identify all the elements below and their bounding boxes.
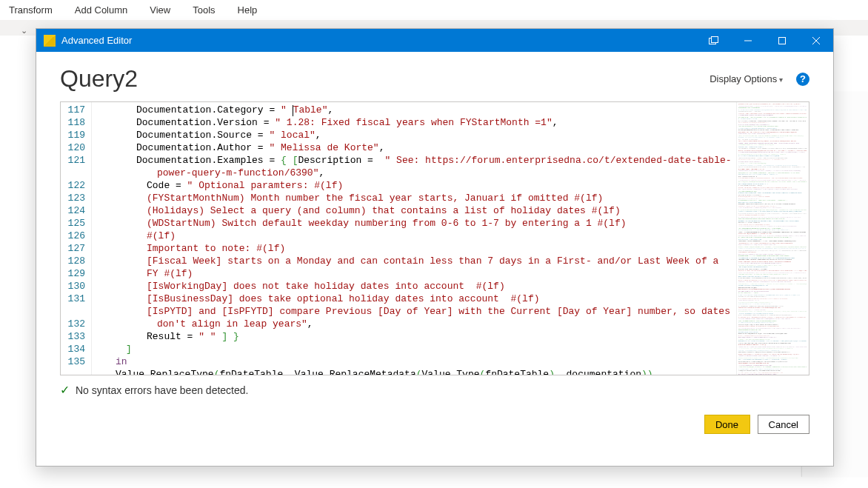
minimap[interactable]: @LUMRK#V#TU>;@N(/D;CM(E;C;BTO$I86.VM-,;0… <box>736 102 809 375</box>
maximize-button[interactable] <box>765 29 799 52</box>
svg-rect-3 <box>779 37 786 44</box>
done-button[interactable]: Done <box>704 415 750 434</box>
status-text: No syntax errors have been detected. <box>76 384 248 396</box>
menu-item[interactable]: Transform <box>9 4 53 16</box>
menu-item[interactable]: Help <box>238 4 258 16</box>
powerbi-logo-icon <box>44 35 56 47</box>
help-icon[interactable]: ? <box>796 73 809 86</box>
editor-header: Query2 Display Options ? <box>36 52 833 101</box>
menu-item[interactable]: Add Column <box>75 4 128 16</box>
code-editor[interactable]: 117118119120121 122123124125126127128129… <box>60 101 809 375</box>
display-options-dropdown[interactable]: Display Options <box>710 73 783 84</box>
close-button[interactable] <box>799 29 833 52</box>
ribbon-collapse-icon[interactable]: ⌄ <box>21 26 27 36</box>
minimize-button[interactable] <box>731 29 765 52</box>
menu-item[interactable]: Tools <box>193 4 215 16</box>
syntax-status: ✓ No syntax errors have been detected. <box>36 375 833 400</box>
advanced-editor-window: Advanced Editor Query2 Display Options ?… <box>36 28 834 467</box>
menu-item[interactable]: View <box>150 4 170 16</box>
code-text-area[interactable]: Documentation.Category = " Table",Docume… <box>92 102 736 375</box>
titlebar: Advanced Editor <box>36 29 833 52</box>
app-menu: TransformAdd ColumnViewToolsHelp <box>0 0 868 20</box>
window-title: Advanced Editor <box>61 35 132 46</box>
dialog-buttons: Done Cancel <box>36 400 833 453</box>
line-gutter: 117118119120121 122123124125126127128129… <box>61 102 92 375</box>
check-icon: ✓ <box>60 383 70 397</box>
cancel-button[interactable]: Cancel <box>758 415 809 434</box>
pop-out-icon[interactable] <box>697 29 731 52</box>
svg-rect-1 <box>712 36 718 42</box>
query-name: Query2 <box>60 65 710 93</box>
